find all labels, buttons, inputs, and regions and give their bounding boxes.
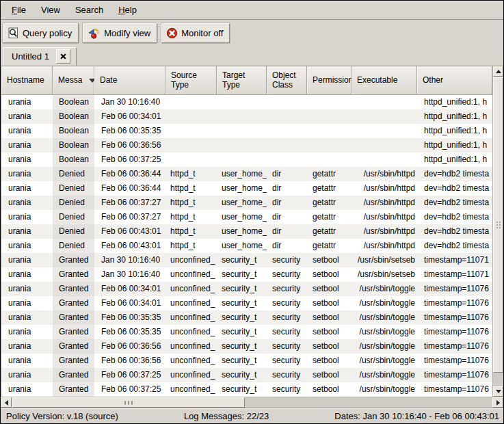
query-policy-icon	[8, 27, 19, 39]
tab-label: Untitled 1	[12, 51, 49, 62]
cell-other: httpd_unified:1, h	[417, 138, 492, 153]
cell-other: dev=hdb2 timesta	[417, 196, 492, 210]
table-row[interactable]: urania Denied Feb 06 00:36:44 httpd_t us…	[1, 167, 492, 181]
menu-item[interactable]: Help	[111, 2, 144, 18]
scroll-up-button[interactable]	[493, 66, 503, 77]
cell-permission: getattr	[307, 224, 352, 239]
table-row[interactable]: urania Denied Feb 06 00:37:27 httpd_t us…	[1, 210, 492, 224]
table-row[interactable]: urania Denied Feb 06 00:37:27 httpd_t us…	[1, 196, 492, 210]
cell-permission: setbool	[307, 354, 352, 368]
cell-source-type	[165, 109, 217, 124]
horizontal-scrollbar[interactable]	[1, 397, 503, 408]
cell-permission: getattr	[307, 239, 352, 253]
cell-target-type	[217, 95, 267, 109]
cell-executable: /usr/sbin/toggle	[352, 325, 417, 339]
column-header-hostname[interactable]: Hostname	[1, 66, 53, 95]
cell-date: Feb 06 00:34:01	[94, 296, 165, 310]
cell-permission: setbool	[307, 296, 352, 310]
cell-message: Boolean	[53, 153, 94, 167]
table-row[interactable]: urania Granted Feb 06 00:37:25 unconfine…	[1, 382, 492, 397]
modify-view-icon	[88, 27, 101, 40]
cell-other: httpd_unified:1, h	[417, 153, 492, 167]
scroll-left-button[interactable]	[1, 397, 12, 408]
cell-message: Granted	[53, 368, 94, 382]
cell-source-type: unconfined_	[165, 296, 217, 310]
cell-permission	[307, 124, 352, 138]
cell-date: Feb 06 00:37:27	[94, 210, 165, 224]
menu-item[interactable]: View	[34, 2, 67, 18]
cell-object-class: security	[267, 354, 307, 368]
cell-message: Boolean	[53, 95, 94, 109]
cell-other: timestamp=11071	[417, 267, 492, 282]
column-header-executable[interactable]: Executable	[352, 66, 417, 95]
table-row[interactable]: urania Granted Feb 06 00:37:25 unconfine…	[1, 368, 492, 382]
cell-executable: /usr/sbin/toggle	[352, 382, 417, 397]
table-row[interactable]: urania Boolean Feb 06 00:36:56 httpd_uni…	[1, 138, 492, 153]
scroll-down-button[interactable]	[493, 386, 503, 397]
cell-object-class: dir	[267, 210, 307, 224]
column-header-object-class[interactable]: Object Class	[267, 66, 307, 95]
table-row[interactable]: urania Granted Feb 06 00:35:35 unconfine…	[1, 325, 492, 339]
column-header-source-type[interactable]: Source Type	[165, 66, 217, 95]
cell-executable	[352, 95, 417, 109]
table-row[interactable]: urania Boolean Feb 06 00:37:25 httpd_uni…	[1, 153, 492, 167]
cell-other: dev=hdb2 timesta	[417, 181, 492, 196]
cell-message: Denied	[53, 167, 94, 181]
cell-object-class: dir	[267, 239, 307, 253]
table-row[interactable]: urania Boolean Feb 06 00:34:01 httpd_uni…	[1, 109, 492, 124]
cell-source-type: httpd_t	[165, 224, 217, 239]
table-row[interactable]: urania Boolean Feb 06 00:35:35 httpd_uni…	[1, 124, 492, 138]
cell-target-type: security_t	[217, 253, 267, 267]
table-row[interactable]: urania Denied Feb 06 00:43:01 httpd_t us…	[1, 239, 492, 253]
cell-hostname: urania	[1, 239, 53, 253]
scroll-right-button[interactable]	[492, 397, 503, 408]
cell-object-class: dir	[267, 167, 307, 181]
modify-view-button[interactable]: Modify view	[83, 23, 157, 43]
cell-date: Feb 06 00:35:35	[94, 124, 165, 138]
cell-target-type	[217, 138, 267, 153]
column-header-target-type[interactable]: Target Type	[217, 66, 267, 95]
cell-date: Feb 06 00:43:01	[94, 224, 165, 239]
table-row[interactable]: urania Granted Jan 30 10:16:40 unconfine…	[1, 253, 492, 267]
table-row[interactable]: urania Granted Jan 30 10:16:40 unconfine…	[1, 267, 492, 282]
table-row[interactable]: urania Granted Feb 06 00:35:35 unconfine…	[1, 310, 492, 325]
table-row[interactable]: urania Granted Feb 06 00:34:01 unconfine…	[1, 282, 492, 296]
arrow-down-icon	[496, 390, 501, 393]
cell-executable: /usr/sbin/httpd	[352, 181, 417, 196]
table-row[interactable]: urania Granted Feb 06 00:36:56 unconfine…	[1, 354, 492, 368]
column-header-date[interactable]: Date	[94, 66, 165, 95]
cell-date: Feb 06 00:36:56	[94, 354, 165, 368]
column-header-message[interactable]: Messa	[53, 66, 94, 95]
vertical-scrollbar-track[interactable]	[493, 373, 503, 386]
cell-permission: getattr	[307, 210, 352, 224]
horizontal-scrollbar-track[interactable]	[245, 397, 492, 408]
cell-message: Granted	[53, 282, 94, 296]
table-row[interactable]: urania Granted Feb 06 00:36:56 unconfine…	[1, 339, 492, 354]
cell-permission: setbool	[307, 253, 352, 267]
cell-date: Feb 06 00:37:25	[94, 368, 165, 382]
menu-item[interactable]: Search	[68, 2, 110, 18]
vertical-scrollbar-thumb[interactable]	[493, 77, 503, 373]
cell-executable: /usr/sbin/setseb	[352, 267, 417, 282]
cell-other: dev=hdb2 timesta	[417, 239, 492, 253]
cell-hostname: urania	[1, 282, 53, 296]
horizontal-scrollbar-thumb[interactable]	[12, 397, 245, 408]
tab-close-button[interactable]	[56, 49, 70, 64]
tab-untitled-1[interactable]: Untitled 1	[3, 47, 77, 66]
column-header-other[interactable]: Other	[417, 66, 492, 95]
toolbar: Query policy Modify view Mo	[1, 20, 503, 46]
cell-hostname: urania	[1, 296, 53, 310]
monitor-off-button[interactable]: Monitor off	[161, 23, 230, 43]
query-policy-button[interactable]: Query policy	[3, 23, 79, 43]
column-header-permission[interactable]: Permission	[307, 66, 352, 95]
cell-executable: /usr/sbin/toggle	[352, 339, 417, 354]
menu-item[interactable]: File	[5, 2, 33, 18]
cell-source-type: httpd_t	[165, 196, 217, 210]
table-row[interactable]: urania Denied Feb 06 00:36:44 httpd_t us…	[1, 181, 492, 196]
cell-permission: setbool	[307, 267, 352, 282]
table-row[interactable]: urania Granted Feb 06 00:34:01 unconfine…	[1, 296, 492, 310]
cell-object-class	[267, 153, 307, 167]
table-row[interactable]: urania Boolean Jan 30 10:16:40 httpd_uni…	[1, 95, 492, 109]
vertical-scrollbar[interactable]	[492, 66, 503, 397]
table-row[interactable]: urania Denied Feb 06 00:43:01 httpd_t us…	[1, 224, 492, 239]
